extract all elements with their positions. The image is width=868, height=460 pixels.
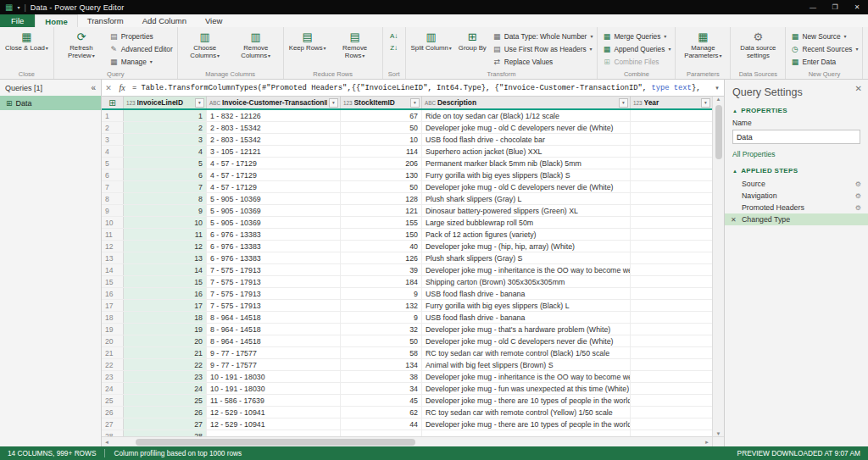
- tab-view[interactable]: View: [196, 14, 231, 27]
- row-number[interactable]: 25: [102, 395, 124, 406]
- cell[interactable]: [631, 264, 712, 275]
- close-button[interactable]: ✕: [846, 0, 868, 14]
- cell[interactable]: 132: [341, 300, 422, 311]
- formula-expand-icon[interactable]: ▾: [710, 85, 724, 91]
- append-queries-button[interactable]: ▦ Append Queries ▾: [600, 42, 672, 55]
- row-number[interactable]: 12: [102, 241, 124, 252]
- row-number[interactable]: 21: [102, 347, 124, 358]
- cell[interactable]: 62: [341, 407, 422, 418]
- applied-step-promoted-headers[interactable]: Promoted Headers ⚙: [725, 202, 868, 213]
- vertical-scrollbar[interactable]: ▲ ▼: [712, 97, 724, 446]
- cell[interactable]: 7 - 575 - 17913: [207, 288, 341, 299]
- select-all-corner[interactable]: ⊞: [102, 97, 124, 108]
- choose-columns-button[interactable]: ▥ Choose Columns▾: [181, 28, 230, 69]
- cell[interactable]: 11 - 586 - 17639: [207, 395, 341, 406]
- cell[interactable]: 11: [124, 229, 207, 240]
- row-number[interactable]: 11: [102, 229, 124, 240]
- row-number[interactable]: 1: [102, 110, 124, 121]
- cell[interactable]: Superhero action jacket (Blue) XXL: [422, 146, 631, 157]
- row-number[interactable]: 6: [102, 169, 124, 180]
- cell[interactable]: [631, 371, 712, 382]
- cell[interactable]: USB food flash drive - banana: [422, 312, 631, 323]
- column-header-InvoiceLineID[interactable]: 123InvoiceLineID▾: [124, 97, 207, 108]
- cell[interactable]: [631, 359, 712, 370]
- cell[interactable]: Large sized bubblewrap roll 50m: [422, 217, 631, 228]
- properties-button[interactable]: ▤ Properties: [108, 30, 175, 42]
- advanced-editor-button[interactable]: ✎ Advanced Editor: [108, 42, 175, 55]
- replace-values-button[interactable]: ⇄ Replace Values: [491, 55, 595, 68]
- cell[interactable]: 6 - 976 - 13383: [207, 252, 341, 263]
- cell[interactable]: [631, 146, 712, 157]
- cell[interactable]: [631, 122, 712, 133]
- filter-button[interactable]: ▾: [619, 98, 628, 108]
- cell[interactable]: USB food flash drive - banana: [422, 288, 631, 299]
- cell[interactable]: 44: [341, 418, 422, 430]
- cell[interactable]: [631, 418, 712, 430]
- cell[interactable]: 7 - 575 - 17913: [207, 300, 341, 311]
- row-number[interactable]: 17: [102, 300, 124, 311]
- cell[interactable]: 16: [124, 288, 207, 299]
- cell[interactable]: 8 - 964 - 14518: [207, 312, 341, 323]
- column-header-Description[interactable]: ABCDescription▾: [422, 97, 631, 108]
- cell[interactable]: [631, 158, 712, 169]
- cell[interactable]: 130: [341, 169, 422, 180]
- cell[interactable]: 26: [124, 407, 207, 418]
- cell[interactable]: 10 - 191 - 18030: [207, 383, 341, 394]
- cell[interactable]: 10: [124, 217, 207, 228]
- cell[interactable]: 9 - 77 - 17577: [207, 347, 341, 358]
- filter-button[interactable]: ▾: [195, 98, 204, 108]
- cell[interactable]: 4: [124, 146, 207, 157]
- cell[interactable]: 14: [124, 264, 207, 275]
- cell[interactable]: 34: [341, 383, 422, 394]
- cell[interactable]: 32: [341, 324, 422, 335]
- filter-button[interactable]: ▾: [329, 98, 338, 108]
- group-by-button[interactable]: ⊞ Group By: [456, 28, 489, 69]
- cell[interactable]: Developer joke mug - inheritance is the …: [422, 264, 631, 275]
- refresh-preview-button[interactable]: ⟳ Refresh Preview▾: [57, 28, 106, 69]
- cell[interactable]: 4 - 57 - 17129: [207, 169, 341, 180]
- remove-rows-button[interactable]: ▤ Remove Rows▾: [331, 28, 380, 69]
- row-number[interactable]: 4: [102, 146, 124, 157]
- cell[interactable]: 5 - 905 - 10369: [207, 205, 341, 216]
- cell[interactable]: 28: [124, 430, 207, 436]
- new-source-button[interactable]: ▦ New Source ▾: [788, 30, 860, 42]
- all-properties-link[interactable]: All Properties: [732, 150, 776, 158]
- close-settings-pane-icon[interactable]: ✕: [855, 84, 862, 93]
- cell[interactable]: 6: [124, 169, 207, 180]
- cell[interactable]: Animal with big feet slippers (Brown) S: [422, 359, 631, 370]
- delete-step-icon[interactable]: ✕: [731, 216, 737, 224]
- cell[interactable]: 2: [124, 122, 207, 133]
- row-number[interactable]: 26: [102, 407, 124, 418]
- row-number[interactable]: 24: [102, 383, 124, 394]
- cell[interactable]: [631, 134, 712, 145]
- cell[interactable]: 4 - 57 - 17129: [207, 181, 341, 192]
- cell[interactable]: [631, 288, 712, 299]
- properties-section-header[interactable]: ▲ PROPERTIES: [732, 107, 860, 114]
- cell[interactable]: [422, 430, 631, 436]
- row-number[interactable]: 7: [102, 181, 124, 192]
- cell[interactable]: 9 - 77 - 17577: [207, 359, 341, 370]
- row-number[interactable]: 23: [102, 371, 124, 382]
- cell[interactable]: 6 - 976 - 13383: [207, 229, 341, 240]
- row-number[interactable]: 28: [102, 430, 124, 436]
- vertical-scroll-thumb[interactable]: [715, 105, 722, 159]
- cell[interactable]: RC toy sedan car with remote control (Ye…: [422, 407, 631, 418]
- cell[interactable]: 7: [124, 181, 207, 192]
- gear-icon[interactable]: ⚙: [855, 204, 861, 212]
- cell[interactable]: Furry gorilla with big eyes slippers (Bl…: [422, 300, 631, 311]
- cell[interactable]: Developer joke mug - old C developers ne…: [422, 335, 631, 346]
- cell[interactable]: 128: [341, 193, 422, 204]
- tab-file[interactable]: File: [0, 14, 35, 27]
- cell[interactable]: 134: [341, 359, 422, 370]
- row-number[interactable]: 2: [102, 122, 124, 133]
- cell[interactable]: Permanent marker black 5mm nib (Black) 5…: [422, 158, 631, 169]
- quick-access-caret-icon[interactable]: ▾: [17, 4, 19, 10]
- scroll-left-icon[interactable]: ◄: [102, 440, 112, 445]
- cell[interactable]: 39: [341, 264, 422, 275]
- cell[interactable]: 7 - 575 - 17913: [207, 264, 341, 275]
- cell[interactable]: 24: [124, 383, 207, 394]
- cell[interactable]: [631, 312, 712, 323]
- use-first-row-as-headers-button[interactable]: ▤ Use First Row as Headers ▾: [491, 42, 595, 55]
- row-number[interactable]: 15: [102, 276, 124, 287]
- cell[interactable]: Plush shark slippers (Gray) S: [422, 252, 631, 263]
